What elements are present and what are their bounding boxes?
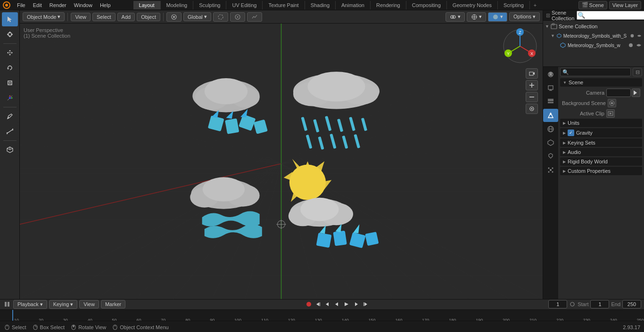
viewport-shading-solid[interactable]: ▾ (488, 12, 507, 22)
tab-uv-editing[interactable]: UV Editing (226, 1, 263, 9)
view-layer-selector[interactable]: View Layer (609, 1, 641, 9)
viewport-canvas[interactable]: User Perspective (1) Scene Collection X … (20, 24, 543, 299)
tab-layout[interactable]: Layout (133, 1, 161, 9)
prop-tab-view-layer[interactable] (543, 95, 558, 108)
graph-btn[interactable] (247, 12, 262, 22)
end-frame-input[interactable] (622, 300, 641, 308)
tl-keying-btn[interactable]: Keying ▾ (49, 300, 78, 309)
transform-orientation-btn[interactable]: Global ▾ (183, 12, 211, 21)
prop-tab-modifiers[interactable] (543, 150, 558, 163)
tab-shading[interactable]: Shading (305, 1, 336, 9)
props-rigid-body-header[interactable]: ▶ Rigid Body World (560, 157, 642, 166)
cursor-tool-btn[interactable] (2, 27, 18, 41)
start-frame-input[interactable] (590, 300, 609, 308)
tab-scripting[interactable]: Scripting (498, 1, 530, 9)
options-btn[interactable]: Options ▾ (509, 12, 540, 21)
tab-animation[interactable]: Animation (336, 1, 371, 9)
gravity-checkbox[interactable]: ✓ (568, 130, 574, 136)
tl-view-btn[interactable]: View (79, 300, 99, 308)
props-audio-header[interactable]: ▶ Audio (560, 148, 642, 156)
object-mode-dropdown[interactable]: Object Mode ▾ (23, 12, 65, 21)
navigation-gizmo[interactable]: X Y Z (501, 27, 539, 65)
bg-scene-picker-btn[interactable] (608, 99, 616, 107)
menu-window[interactable]: Window (70, 1, 96, 9)
tl-jump-end-btn[interactable] (361, 300, 370, 308)
outliner-item-2[interactable]: Meteorology_Symbols_w (543, 40, 644, 50)
item-2-render-toggle[interactable] (627, 42, 634, 49)
zoom-out-btn[interactable] (526, 92, 538, 102)
transform-pivot-btn[interactable] (166, 12, 182, 22)
menu-edit[interactable]: Edit (29, 1, 46, 9)
prop-tab-output[interactable] (543, 81, 558, 95)
tab-compositing[interactable]: Compositing (406, 1, 447, 9)
tl-step-back-btn[interactable] (323, 300, 332, 308)
menu-help[interactable]: Help (96, 1, 115, 9)
svg-rect-170 (5, 302, 7, 307)
props-units-header[interactable]: ▶ Units (560, 119, 642, 127)
timeline-scrubber[interactable]: 1020304050 60708090100 110120130140150 1… (0, 310, 644, 321)
overlay-toggle-group[interactable]: ▾ (446, 12, 465, 22)
view-menu[interactable]: View (71, 13, 91, 21)
tab-geometry-nodes[interactable]: Geometry Nodes (447, 1, 498, 9)
viewport[interactable]: Object Mode ▾ View Select Add Object Glo… (20, 10, 543, 299)
props-scene-header[interactable]: ▼ Scene (560, 78, 642, 87)
active-clip-label: Active Clip (562, 111, 604, 116)
tl-play-reverse-btn[interactable] (333, 300, 341, 308)
measure-tool-btn[interactable] (2, 124, 18, 138)
active-clip-picker-btn[interactable] (606, 109, 615, 118)
props-search-input[interactable] (560, 68, 631, 76)
local-view-btn[interactable] (526, 104, 538, 114)
tl-playback-btn[interactable]: Playback ▾ (13, 300, 47, 309)
tab-rendering[interactable]: Rendering (371, 1, 406, 9)
tl-step-forward-btn[interactable] (352, 300, 360, 308)
select-menu[interactable]: Select (92, 13, 116, 21)
menu-render[interactable]: Render (46, 1, 70, 9)
tl-marker-btn[interactable]: Marker (101, 300, 125, 308)
props-custom-props-header[interactable]: ▶ Custom Properties (560, 167, 642, 175)
svg-text:Z: Z (519, 30, 521, 35)
tl-record-btn[interactable] (305, 300, 313, 308)
prop-tab-particles[interactable] (543, 163, 558, 177)
tab-add-button[interactable]: + (530, 1, 540, 9)
proportional-edit-btn[interactable] (230, 12, 245, 22)
box-select-label: Box Select (40, 324, 65, 330)
gizmo-toggle-group[interactable]: ▾ (467, 12, 486, 22)
prop-tab-world[interactable] (543, 122, 558, 136)
item-1-viewport-toggle[interactable] (636, 32, 642, 39)
transform-tool-btn[interactable] (2, 91, 18, 105)
current-frame-input[interactable]: 1 (548, 300, 567, 308)
menu-file[interactable]: File (13, 1, 29, 9)
scene-selector[interactable]: 🎬 Scene (578, 1, 607, 9)
add-cube-btn[interactable] (2, 143, 18, 157)
props-main-content: ⊟ ▼ Scene Camera (558, 67, 644, 299)
item-1-render-toggle[interactable] (629, 32, 635, 39)
tab-modeling[interactable]: Modeling (161, 1, 194, 9)
tl-play-btn[interactable] (342, 300, 351, 308)
object-menu[interactable]: Object (137, 13, 160, 21)
zoom-in-btn[interactable] (526, 80, 538, 90)
outliner-item-1[interactable]: ▼ Meteorology_Symbols_with_S (543, 31, 644, 40)
tab-texture-paint[interactable]: Texture Paint (263, 1, 305, 9)
select-tool-btn[interactable] (2, 12, 18, 26)
prop-tab-scene[interactable] (543, 109, 558, 122)
camera-value[interactable] (606, 89, 631, 97)
props-gravity-header[interactable]: ▶ ✓ Gravity (560, 128, 642, 138)
props-keying-sets-header[interactable]: ▶ Keying Sets (560, 138, 642, 147)
props-filter-btn[interactable]: ⊟ (633, 68, 642, 76)
outliner-search-input[interactable] (577, 11, 644, 20)
add-menu[interactable]: Add (117, 13, 135, 21)
camera-picker-btn[interactable] (632, 89, 640, 97)
snap-btn[interactable] (213, 12, 228, 22)
tl-icon-btn[interactable] (3, 300, 11, 308)
scale-tool-btn[interactable] (2, 76, 18, 90)
prop-tab-object[interactable] (543, 136, 558, 149)
tl-jump-start-btn[interactable] (314, 300, 322, 308)
outliner-scene-collection[interactable]: ▼ Scene Collection (543, 22, 644, 31)
prop-tab-render[interactable] (543, 68, 558, 81)
move-tool-btn[interactable] (2, 46, 18, 60)
annotate-tool-btn[interactable] (2, 109, 18, 123)
item-2-viewport-toggle[interactable] (636, 42, 642, 49)
rotate-tool-btn[interactable] (2, 61, 18, 75)
tab-sculpting[interactable]: Sculpting (193, 1, 226, 9)
camera-view-btn[interactable] (526, 68, 538, 79)
